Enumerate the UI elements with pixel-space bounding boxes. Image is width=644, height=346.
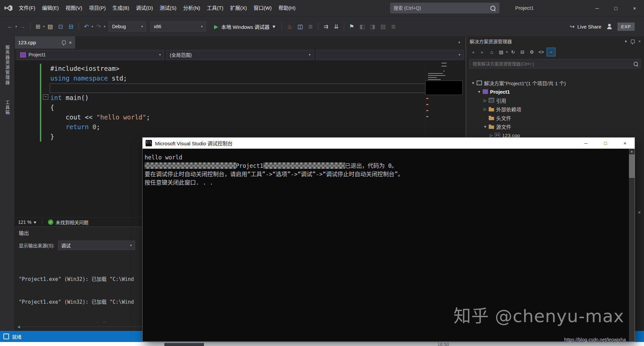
code-line[interactable]: #include<iostream>: [15, 64, 425, 73]
search-box[interactable]: [469, 59, 641, 68]
code-line[interactable]: return 0;: [15, 122, 425, 132]
redo-icon[interactable]: ↷: [94, 21, 104, 32]
maximize-button[interactable]: □: [596, 138, 615, 149]
solution-search-input[interactable]: [472, 61, 633, 67]
tree-item-header-files[interactable]: 头文件: [466, 113, 644, 122]
minimize-button[interactable]: ─: [588, 0, 606, 16]
code-editor[interactable]: #include<iostream> using namespace std; …: [15, 64, 425, 142]
output-source-dropdown[interactable]: 调试 ▾: [58, 241, 135, 250]
close-icon[interactable]: ×: [69, 40, 72, 45]
window-position-icon[interactable]: ▾: [625, 39, 627, 44]
scroll-left-icon[interactable]: ◀: [17, 325, 20, 329]
menu-help[interactable]: 帮助(H): [275, 0, 299, 16]
tree-item-references[interactable]: ▷ 引用: [466, 96, 644, 105]
code-line[interactable]: cout << "hello world";: [15, 112, 425, 122]
menu-file[interactable]: 文件(F): [15, 0, 39, 16]
tree-item-source-files[interactable]: ▾ 源文件: [466, 122, 644, 131]
close-icon[interactable]: ×: [639, 39, 641, 43]
code-line[interactable]: [15, 83, 425, 93]
maximize-button[interactable]: □: [606, 0, 625, 16]
tree-item-solution[interactable]: ▾ 解决方案"Project1"(1 个项目/共 1 个): [466, 79, 644, 87]
se-properties-icon[interactable]: ⚙: [528, 48, 536, 56]
console-title-bar[interactable]: Microsoft Visual Studio 调试控制台 ─ □ ×: [143, 138, 635, 149]
expander-icon[interactable]: ▷: [482, 98, 488, 103]
minimize-button[interactable]: ─: [576, 138, 596, 149]
code-line[interactable]: using namespace std;: [15, 73, 425, 83]
menu-analyze[interactable]: 分析(N): [180, 0, 204, 16]
menu-test[interactable]: 测试(S): [156, 0, 180, 16]
menu-debug[interactable]: 调试(D): [132, 0, 156, 16]
scope-dropdown[interactable]: (全局范围) ▾: [166, 50, 314, 60]
indent-icon[interactable]: ⇊: [331, 21, 341, 32]
toolbar-overflow-icon[interactable]: ≣: [388, 21, 398, 32]
menu-tools[interactable]: 工具(T): [204, 0, 227, 16]
chevron-down-icon[interactable]: ▾: [92, 25, 93, 28]
tree-item-project[interactable]: ▾ Project1: [466, 87, 644, 96]
menu-build[interactable]: 生成(B): [109, 0, 132, 16]
se-switch-views-icon[interactable]: ▤: [497, 48, 505, 56]
se-home-icon[interactable]: ⌂: [488, 48, 496, 56]
step-into-icon[interactable]: ◧: [357, 21, 367, 32]
menu-project[interactable]: 项目(P): [86, 0, 109, 16]
scrollbar-thumb[interactable]: [629, 154, 635, 178]
start-debugging-button[interactable]: ▶ 本地 Windows 调试器 ▾: [210, 21, 279, 32]
se-back-icon[interactable]: ◂: [469, 48, 477, 56]
se-collapse-all-icon[interactable]: ⊟: [519, 48, 527, 56]
pin-icon[interactable]: [631, 40, 635, 43]
tree-item-external-dependencies[interactable]: ▷ 外部依赖项: [466, 105, 644, 113]
expander-icon[interactable]: ▷: [482, 107, 488, 111]
bookmark-icon[interactable]: ⚑: [347, 21, 357, 32]
chevron-down-icon[interactable]: ▾: [43, 25, 45, 28]
expander-icon[interactable]: ▾: [482, 125, 488, 129]
expander-icon[interactable]: ▾: [476, 90, 482, 94]
step-over-icon[interactable]: ◨: [368, 21, 377, 32]
toolbar-options-icon[interactable]: ≣: [306, 21, 315, 32]
chevron-down-icon[interactable]: ▾: [15, 25, 17, 28]
apply-code-changes-icon[interactable]: ♨: [285, 21, 294, 32]
chevron-down-icon[interactable]: ▾: [34, 219, 36, 225]
scroll-up-icon[interactable]: ▲: [629, 149, 635, 153]
editor-split-handle[interactable]: [441, 63, 446, 66]
quick-search-input[interactable]: [390, 5, 490, 11]
live-share-button[interactable]: Live Share: [577, 24, 601, 30]
live-share-icon[interactable]: ↪: [570, 23, 575, 30]
save-all-icon[interactable]: ⊟: [66, 21, 76, 32]
expander-icon[interactable]: ▾: [470, 81, 476, 85]
menu-window[interactable]: 窗口(W): [250, 0, 275, 16]
code-line[interactable]: {: [15, 103, 425, 112]
solution-configuration-dropdown[interactable]: Debug ▾: [109, 21, 146, 32]
navigate-backward-icon[interactable]: ←: [5, 21, 15, 32]
server-explorer-tab[interactable]: 服务器资源管理器: [4, 45, 10, 85]
outdent-icon[interactable]: ⇉: [321, 21, 331, 32]
open-file-icon[interactable]: ▤: [45, 21, 55, 32]
panel-close-icon[interactable]: ×: [638, 210, 641, 215]
live-visual-tree-icon[interactable]: ◫: [295, 21, 305, 32]
se-forward-icon[interactable]: ▸: [478, 48, 486, 56]
save-icon[interactable]: ⊡: [56, 21, 65, 32]
scroll-up-icon[interactable]: ▴: [443, 68, 445, 73]
expander-icon[interactable]: ▷: [488, 133, 494, 138]
step-out-icon[interactable]: ▧: [378, 21, 388, 32]
se-view-code-icon[interactable]: <>: [537, 48, 545, 56]
menu-extensions[interactable]: 扩展(X): [227, 0, 250, 16]
solution-platform-dropdown[interactable]: x86 ▾: [150, 21, 206, 32]
sign-in-user-icon[interactable]: [607, 24, 612, 29]
pin-icon[interactable]: [62, 41, 66, 44]
tab-123cpp[interactable]: 123.cpp ×: [15, 36, 75, 49]
menu-edit[interactable]: 编辑(E): [39, 0, 62, 16]
chevron-down-icon[interactable]: ▾: [104, 25, 106, 28]
minimap-viewport[interactable]: [425, 81, 463, 95]
quick-search-box[interactable]: [390, 3, 499, 13]
chevron-down-icon[interactable]: ▾: [506, 50, 508, 54]
navigate-forward-icon[interactable]: →: [18, 21, 28, 32]
se-refresh-icon[interactable]: ↻: [509, 48, 517, 56]
tab-list-chevron-icon[interactable]: ▾: [458, 40, 460, 45]
close-button[interactable]: ×: [625, 0, 644, 16]
toolbox-tab[interactable]: 工具箱: [4, 100, 10, 115]
project-dropdown[interactable]: Project1 ▾: [17, 50, 164, 60]
member-dropdown[interactable]: ▾: [316, 50, 464, 60]
se-show-all-files-icon[interactable]: −: [547, 48, 555, 56]
zoom-level[interactable]: 121 %: [18, 219, 32, 225]
code-line[interactable]: int main(): [15, 93, 425, 103]
menu-view[interactable]: 视图(V): [62, 0, 86, 16]
